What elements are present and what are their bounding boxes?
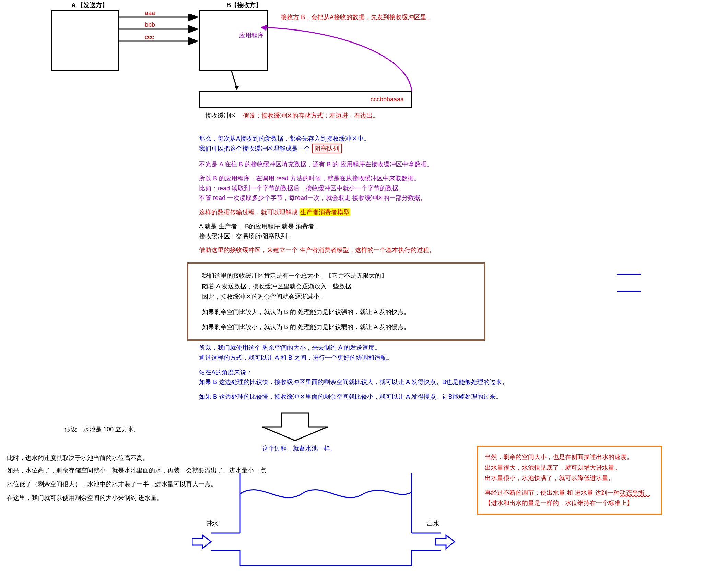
text-block-b: 不光是 A 在往 B 的接收缓冲区填充数据，还有 B 的 应用程序在接收缓冲区中…	[199, 159, 433, 203]
big-down-arrow-icon	[261, 411, 329, 442]
brown-l5: 如果剩余空间比较小，就认为 B 的 处理能力是比较弱的，就让 A 发的慢点。	[202, 322, 470, 333]
decorative-dash-2	[617, 291, 641, 292]
analogy-l4: 在这里，我们就可以使用剩余空间的大小来制约 进水量。	[7, 492, 272, 504]
text-a-l1: 那么，每次从A接收到的新数据，都会先存入到接收缓冲区中。	[199, 134, 370, 144]
brown-l3: 因此，接收缓冲区的剩余空间就会逐渐减小。	[202, 291, 470, 302]
orange-box: 当然，剩余的空间大小，也是在侧面描述出水的速度。 出水量很大，水池快见底了，就可…	[477, 446, 662, 515]
analogy-l1: 此时，进水的速度就取决于水池当前的水位高不高。	[7, 452, 272, 464]
analogy-l2: 如果，水位高了，剩余存储空间就小，就是水池里面的水，再装一会就要溢出了。进水量小…	[7, 464, 272, 477]
blocking-queue-tag: 阻塞队列	[312, 144, 342, 153]
decorative-dash-1	[617, 274, 641, 275]
svg-marker-17	[192, 535, 211, 549]
orange-l5: 【进水和出水的量是一样的，水位维持在一个标准上】	[485, 498, 654, 508]
svg-marker-18	[436, 535, 455, 549]
brown-l1: 我们这里的接收缓冲区肯定是有一个总大小。【它并不是无限大的】	[202, 271, 470, 281]
text-c-l1a: 这样的数据传输过程，就可以理解成	[199, 209, 298, 216]
buffer-content: cccbbbaaaa	[371, 96, 404, 103]
arrow-b-to-buffer	[221, 71, 242, 92]
buffer-label: 接收缓冲区	[205, 111, 236, 120]
receive-buffer-box: cccbbbaaaa	[199, 91, 412, 108]
brown-l2: 随着 A 发送数据，接收缓冲区里就会逐渐放入一些数据。	[202, 281, 470, 292]
orange-l4a: 再经过不断的调节：使出水量 和 进水量 达到一种	[485, 489, 620, 496]
text-b-l1: 不光是 A 在往 B 的接收缓冲区填充数据，还有 B 的 应用程序在接收缓冲区中…	[199, 159, 433, 169]
receiver-label: B【接收方】	[226, 1, 262, 9]
receiver-note: 接收方 B，会把从A接收的数据，先发到接收缓冲区里。	[281, 13, 433, 21]
text-d-l1: 所以，我们就使用这个 剩余空间的大小，来去制约 A 的发送速度。	[199, 343, 508, 353]
orange-l2: 出水量很大，水池快见底了，就可以增大进水量。	[485, 463, 654, 473]
text-c-l2: A 就是 生产者， B的应用程序 就是 消费者。	[199, 221, 435, 231]
analogy-l3: 水位低了（剩余空间很大），水池中的水才装了一半，进水量可以再大一点。	[7, 478, 272, 490]
text-b-l2: 所以 B 的应用程序，在调用 read 方法的时候，就是在从接收缓冲区中来取数据…	[199, 173, 433, 183]
text-a-l2a: 我们可以把这个接收缓冲区理解成是一个	[199, 145, 310, 152]
orange-l4b: 动态平衡。	[620, 489, 650, 496]
text-d-l5: 如果 B 这边处理的比较慢，接收缓冲区里面的剩余空间就比较小，就可以让 A 发得…	[199, 392, 508, 402]
sender-label: A 【发送方】	[71, 1, 108, 9]
brown-l4: 如果剩余空间比较大，就认为 B 的 处理能力是比较强的，就让 A 发的快点。	[202, 307, 470, 317]
svg-marker-7	[262, 413, 328, 441]
analogy-heading: 这个过程，就蓄水池一样。	[262, 444, 336, 453]
text-d-l2: 通过这样的方式，就可以让 A 和 B 之间，进行一个更好的协调和适配。	[199, 353, 508, 363]
sender-box	[51, 10, 119, 71]
brown-box: 我们这里的接收缓冲区肯定是有一个总大小。【它并不是无限大的】 随着 A 发送数据…	[187, 262, 485, 341]
receiver-box: 应用程序	[199, 10, 268, 71]
orange-l3: 出水量很小，水池快满了，就可以降低进水量。	[485, 473, 654, 483]
text-c-l3: 接收缓冲区：交易场所/阻塞队列。	[199, 231, 435, 241]
svg-marker-5	[234, 86, 239, 90]
text-block-c: 这样的数据传输过程，就可以理解成 生产者消费者模型 A 就是 生产者， B的应用…	[199, 207, 435, 255]
text-block-d: 所以，我们就使用这个 剩余空间的大小，来去制约 A 的发送速度。 通过这样的方式…	[199, 343, 508, 402]
svg-line-4	[232, 71, 237, 88]
out-label: 出水	[427, 519, 439, 528]
analogy-assume: 假设：水池是 100 立方米。	[64, 425, 140, 433]
text-d-l3: 站在A的角度来说：	[199, 368, 508, 377]
text-b-l4: 不管 read 一次读取多少个字节，每read一次，就会取走 接收缓冲区的一部分…	[199, 193, 433, 203]
text-block-a: 那么，每次从A接收到的新数据，都会先存入到接收缓冲区中。 我们可以把这个接收缓冲…	[199, 134, 370, 154]
arrow-buffer-to-app	[261, 24, 425, 93]
buffer-assumption: 假设：接收缓冲区的存储方式：左边进，右边出。	[243, 111, 379, 120]
text-b-l3: 比如：read 读取到一个字节的数据后，接收缓冲区中就少一个字节的数据。	[199, 183, 433, 193]
analogy-left-text: 此时，进水的速度就取决于水池当前的水位高不高。 如果，水位高了，剩余存储空间就小…	[7, 452, 272, 504]
orange-l1: 当然，剩余的空间大小，也是在侧面描述出水的速度。	[485, 452, 654, 463]
in-label: 进水	[206, 519, 218, 528]
msg-1: aaa	[145, 10, 155, 17]
text-c-l4: 借助这里的接收缓冲区，来建立一个 生产者消费者模型，这样的一个基本执行的过程。	[199, 245, 435, 255]
arrows-a-to-b	[119, 14, 199, 55]
msg-2: bbb	[145, 21, 155, 28]
text-d-l4: 如果 B 这边处理的比较快，接收缓冲区里面的剩余空间就比较大，就可以让 A 发得…	[199, 377, 508, 387]
producer-consumer-tag: 生产者消费者模型	[300, 208, 350, 216]
app-label: 应用程序	[239, 31, 264, 39]
msg-3: ccc	[145, 34, 154, 41]
